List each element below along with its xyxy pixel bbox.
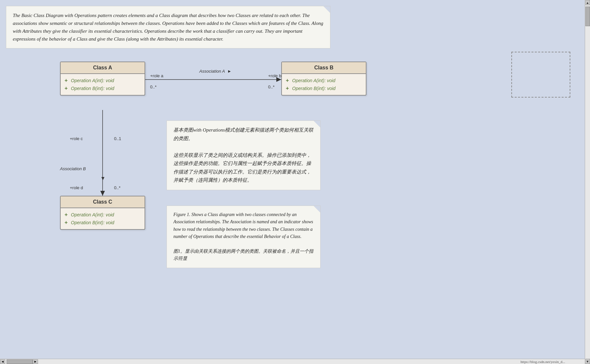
mult-c-label: 0..1 [114, 136, 121, 141]
plus-icon-b1: + [286, 78, 289, 83]
chinese-note-card: 基本类图with Operations模式创建元素和描述两个类如何相互关联的类图… [167, 120, 321, 190]
class-a-op1: + Operation A(int): void [65, 77, 141, 84]
plus-icon-c1: + [65, 212, 68, 218]
plus-icon-c2: + [65, 220, 68, 226]
class-b-op2: + Operation B(int): void [286, 84, 362, 92]
url-text: https://blog.csdn.net/yexin_d... [521, 360, 565, 364]
class-c-op1-text: Operation A(int): void [71, 212, 114, 217]
class-a-body: + Operation A(int): void + Operation B(i… [61, 74, 145, 95]
class-b-op2-text: Operation B(int): void [292, 86, 335, 91]
class-b-header: Class B [282, 62, 366, 74]
figure-note-text: Figure 1. Shows a Class diagram with two… [173, 211, 314, 263]
class-c-box: Class C + Operation A(int): void + Opera… [60, 196, 145, 230]
scrollbar-right[interactable]: ▲ ▼ [585, 0, 590, 364]
class-c-body: + Operation A(int): void + Operation B(i… [61, 208, 145, 229]
class-c-header: Class C [61, 196, 145, 208]
class-c-op1: + Operation A(int): void [65, 211, 141, 219]
intro-note-card: The Basic Class Diagram with Operations … [6, 6, 330, 48]
dashed-reference-box [511, 52, 570, 98]
role-a-label: +role a [150, 73, 163, 78]
figure-note-inner: Figure 1. Shows a Class diagram with two… [167, 206, 321, 268]
mult-right-label: 0..* [268, 84, 275, 89]
role-c-label: +role c [70, 136, 83, 141]
class-a-op2-text: Operation B(int): void [71, 86, 114, 91]
scroll-down-button[interactable]: ▼ [585, 359, 590, 364]
class-b-box: Class B + Operation A(int): void + Opera… [281, 62, 366, 96]
plus-icon-b2: + [286, 85, 289, 91]
scrollbar-h-thumb[interactable] [7, 359, 33, 364]
plus-icon-a2: + [65, 85, 68, 91]
class-a-op1-text: Operation A(int): void [71, 78, 114, 83]
main-container: The Basic Class Diagram with Operations … [0, 0, 590, 270]
diagram-area: Class A + Operation A(int): void + Opera… [6, 55, 580, 264]
class-a-op2: + Operation B(int): void [65, 84, 141, 92]
mult-d-label: 0..* [114, 185, 121, 190]
svg-marker-3 [100, 191, 105, 196]
role-b-label: +role b [268, 73, 281, 78]
scrollbar-thumb[interactable] [585, 7, 590, 26]
class-b-op1-text: Operation A(int): void [292, 78, 335, 83]
figure-note-card: Figure 1. Shows a Class diagram with two… [167, 206, 321, 268]
class-b-body: + Operation A(int): void + Operation B(i… [282, 74, 366, 95]
intro-note-text: The Basic Class Diagram with Operations … [13, 11, 324, 43]
scroll-right-button[interactable]: ► [33, 359, 38, 364]
scroll-left-button[interactable]: ◄ [0, 359, 5, 364]
assoc-a-label: Association A ► [199, 69, 231, 74]
chinese-note-text: 基本类图with Operations模式创建元素和描述两个类如何相互关联的类图… [173, 126, 314, 185]
mult-left-label: 0..* [150, 84, 157, 89]
class-c-op2: + Operation B(int): void [65, 219, 141, 227]
scroll-up-button[interactable]: ▲ [585, 0, 590, 5]
chinese-note-inner: 基本类图with Operations模式创建元素和描述两个类如何相互关联的类图… [167, 120, 321, 190]
url-bar: ◄ ► https://blog.csdn.net/yexin_d... [0, 359, 585, 364]
class-a-box: Class A + Operation A(int): void + Opera… [60, 62, 145, 96]
role-d-label: +role d [70, 185, 83, 190]
assoc-b-arrow: ▼ [100, 175, 106, 181]
plus-icon-a1: + [65, 78, 68, 83]
class-c-op2-text: Operation B(int): void [71, 220, 114, 225]
assoc-b-label: Association B [60, 166, 86, 171]
class-b-op1: + Operation A(int): void [286, 77, 362, 84]
class-a-header: Class A [61, 62, 145, 74]
